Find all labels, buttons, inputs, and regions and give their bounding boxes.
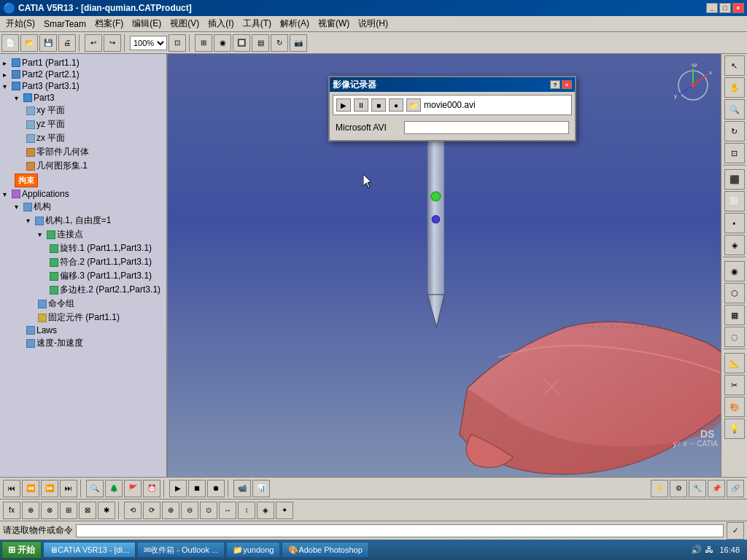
menu-help[interactable]: 说明(H) <box>354 17 392 31</box>
sim-tree-btn[interactable]: 🌲 <box>105 480 123 497</box>
hidden-btn[interactable]: ◌ <box>724 327 745 347</box>
status-confirm-btn[interactable]: ✓ <box>727 522 744 540</box>
mech-btn6[interactable]: ✱ <box>98 502 115 519</box>
close-btn[interactable]: × <box>732 3 744 13</box>
sim-record-btn[interactable]: ⏺ <box>207 480 225 497</box>
zoom-btn[interactable]: 🔍 <box>724 99 745 120</box>
taskbar-catia[interactable]: 🖥 CATIA V5R13 - [di... <box>43 542 136 558</box>
sim-graph-btn[interactable]: 📊 <box>252 480 270 497</box>
view-btn3[interactable]: 🔲 <box>233 34 250 52</box>
sim-r2[interactable]: ⚙ <box>670 480 687 497</box>
view-front-btn[interactable]: ⬛ <box>724 169 745 190</box>
undo-btn[interactable]: ↩ <box>85 34 102 52</box>
mech-btn3[interactable]: ⊗ <box>41 502 58 519</box>
tree-item-part2[interactable]: ▸ Part2 (Part2.1) <box>3 69 163 80</box>
nav-btn7[interactable]: ↕ <box>238 502 255 519</box>
menu-window[interactable]: 视窗(W) <box>314 17 354 31</box>
mech-btn5[interactable]: ⊠ <box>79 502 96 519</box>
nav-btn6[interactable]: ↔ <box>219 502 236 519</box>
view-btn2[interactable]: ◉ <box>214 34 231 52</box>
tree-item-mech1[interactable]: ▾ 机构.1, 自由度=1 <box>3 214 163 228</box>
modal-close-btn[interactable]: × <box>562 80 572 89</box>
section-btn[interactable]: ✂ <box>724 375 745 395</box>
sim-clock-btn[interactable]: ⏰ <box>143 480 160 497</box>
nav-btn3[interactable]: ⊕ <box>162 502 179 519</box>
redo-btn[interactable]: ↪ <box>104 34 121 52</box>
menu-start[interactable]: 开始(S) <box>1 17 39 31</box>
sim-stop-btn[interactable]: ⏹ <box>188 480 206 497</box>
mech-btn1[interactable]: fx <box>3 502 20 519</box>
pause-btn[interactable]: ⏸ <box>354 98 368 112</box>
sim-r4[interactable]: 📌 <box>708 480 725 497</box>
zoom-select[interactable]: 50% 100% 125% 150% 200% <box>130 36 167 50</box>
rotate3d-btn[interactable]: ↻ <box>724 121 745 141</box>
new-btn[interactable]: 📄 <box>1 34 19 52</box>
tree-item-geomset[interactable]: 几何图形集.1 <box>3 159 163 173</box>
tree-item-part1[interactable]: ▸ Part1 (Part1.1) <box>3 57 163 69</box>
select-btn[interactable]: ↖ <box>724 55 745 76</box>
modal-help-btn[interactable]: ? <box>550 80 560 89</box>
record-btn[interactable]: ● <box>389 98 403 112</box>
edge-btn[interactable]: ▦ <box>724 305 745 325</box>
tree-item-zxplane[interactable]: zx 平面 <box>3 131 163 145</box>
camera-btn[interactable]: 📷 <box>290 34 307 52</box>
maximize-btn[interactable]: □ <box>719 3 731 13</box>
taskbar-yundong[interactable]: 📁 yundong <box>226 542 280 558</box>
render-btn[interactable]: 🎨 <box>724 397 745 417</box>
nav-btn9[interactable]: ✦ <box>276 502 293 519</box>
tree-item-geom[interactable]: 零部件几何体 <box>3 145 163 159</box>
tree-item-mech[interactable]: ▾ 机构 <box>3 200 163 214</box>
pan-btn[interactable]: ✋ <box>724 77 745 98</box>
rotate-btn[interactable]: ↻ <box>271 34 288 52</box>
tree-item-cmdgroup[interactable]: 命令组 <box>3 297 163 311</box>
nav-btn4[interactable]: ⊖ <box>181 502 198 519</box>
view-btn4[interactable]: ▤ <box>252 34 269 52</box>
stop-btn[interactable]: ■ <box>371 98 386 112</box>
menu-edit[interactable]: 编辑(E) <box>128 17 166 31</box>
sim-r1[interactable]: ⚡ <box>651 480 668 497</box>
sim-cam-btn[interactable]: 📹 <box>233 480 251 497</box>
sim-end-btn[interactable]: ⏭ <box>60 480 77 497</box>
sim-search-btn[interactable]: 🔍 <box>86 480 104 497</box>
open-btn[interactable]: 📂 <box>20 34 38 52</box>
print-btn[interactable]: 🖨 <box>58 34 76 52</box>
sim-flag-btn[interactable]: 🚩 <box>124 480 142 497</box>
menu-file[interactable]: 档案(F) <box>90 17 128 31</box>
status-input[interactable] <box>76 524 724 537</box>
tree-item-yzplane[interactable]: yz 平面 <box>3 117 163 131</box>
taskbar-photoshop[interactable]: 🎨 Adobe Photoshop <box>282 542 368 558</box>
mech-btn2[interactable]: ⊕ <box>22 502 39 519</box>
play-btn[interactable]: ▶ <box>336 98 351 112</box>
tree-item-xyplane[interactable]: xy 平面 <box>3 104 163 117</box>
wire-btn[interactable]: ⬡ <box>724 283 745 303</box>
minimize-btn[interactable]: _ <box>706 3 718 13</box>
menu-smarteam[interactable]: SmarTeam <box>39 17 90 31</box>
tree-item-laws[interactable]: Laws <box>3 324 163 336</box>
tree-item-apps[interactable]: ▾ Applications <box>3 188 163 200</box>
view-iso-btn[interactable]: ◈ <box>724 235 745 255</box>
view-btn1[interactable]: ⊞ <box>195 34 212 52</box>
start-button[interactable]: ⊞ 开始 <box>1 541 42 559</box>
fit-btn[interactable]: ⊡ <box>169 34 186 52</box>
shade-btn[interactable]: ◉ <box>724 261 745 281</box>
tree-item-offset[interactable]: 偏移.3 (Part1.1,Part3.1) <box>3 269 163 283</box>
menu-insert[interactable]: 插入(I) <box>204 17 238 31</box>
sim-fwd-btn[interactable]: ⏩ <box>41 480 58 497</box>
menu-tools[interactable]: 工具(T) <box>239 17 276 31</box>
view-top-btn[interactable]: ⬜ <box>724 191 745 211</box>
taskbar-outlook[interactable]: ✉ 收件箱 - Outlook ... <box>137 542 225 558</box>
menu-analyze[interactable]: 解析(A) <box>276 17 314 31</box>
folder-btn[interactable]: 📁 <box>406 98 421 112</box>
tree-item-prism[interactable]: 多边柱.2 (Part2.1,Part3.1) <box>3 283 163 297</box>
sim-play-btn[interactable]: ▶ <box>169 480 187 497</box>
tree-item-speed[interactable]: 速度-加速度 <box>3 336 163 350</box>
tree-item-conform[interactable]: 符合.2 (Part1.1,Part3.1) <box>3 255 163 269</box>
sim-back-btn[interactable]: ⏪ <box>22 480 39 497</box>
viewport[interactable]: x y W y↑ x→ DS CATIA 影像记录器 ? × <box>168 54 721 477</box>
light-btn[interactable]: 💡 <box>724 419 745 439</box>
tree-item-part3[interactable]: ▾ Part3 (Part3.1) <box>3 80 163 92</box>
sim-rewind-btn[interactable]: ⏮ <box>3 480 20 497</box>
nav-btn5[interactable]: ⊙ <box>200 502 217 519</box>
tree-item-part3sub[interactable]: ▾ Part3 <box>3 92 163 104</box>
sim-r3[interactable]: 🔧 <box>689 480 706 497</box>
